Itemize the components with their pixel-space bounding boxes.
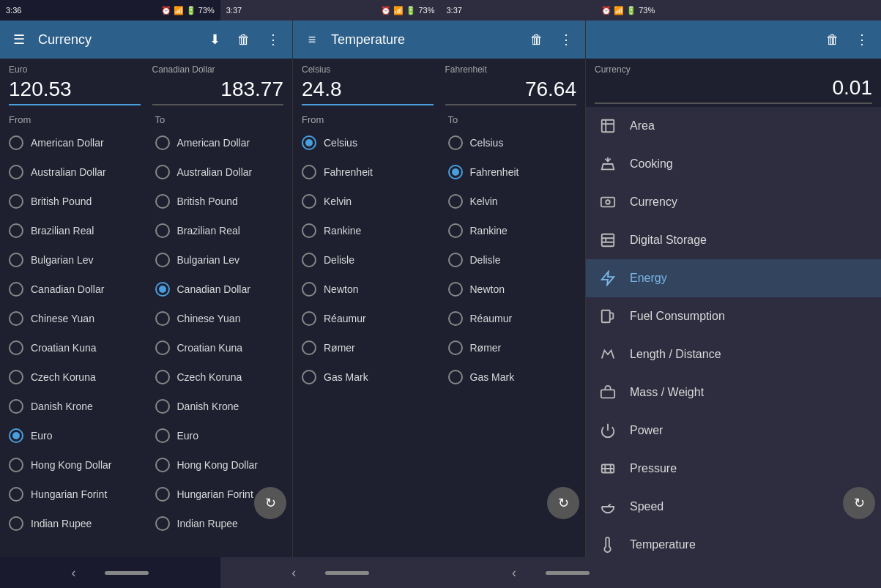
menu-item-temperature[interactable]: Temperature xyxy=(586,526,881,557)
radio-button[interactable] xyxy=(155,165,170,179)
list-item[interactable]: Hong Kong Dollar xyxy=(146,450,293,480)
list-item[interactable]: Euro xyxy=(0,421,146,450)
list-item[interactable]: American Dollar xyxy=(0,128,146,157)
menu-item-length--distance[interactable]: Length / Distance xyxy=(586,335,881,373)
radio-button[interactable] xyxy=(155,311,170,326)
list-item[interactable]: Rømer xyxy=(439,333,586,362)
list-item[interactable]: Canadian Dollar xyxy=(146,275,293,304)
nav-back-1[interactable]: ‹ xyxy=(71,565,75,581)
currency-from-input[interactable] xyxy=(9,76,141,105)
radio-button[interactable] xyxy=(9,282,23,297)
radio-button[interactable] xyxy=(155,458,170,472)
list-item[interactable]: Réaumur xyxy=(293,304,439,333)
radio-button[interactable] xyxy=(9,399,23,414)
list-item[interactable]: Euro xyxy=(146,421,293,450)
list-item[interactable]: Rømer xyxy=(293,333,439,362)
list-item[interactable]: Danish Krone xyxy=(0,392,146,421)
download-icon[interactable]: ⬇ xyxy=(201,26,228,53)
radio-button[interactable] xyxy=(302,340,316,355)
list-item[interactable]: Czech Koruna xyxy=(146,362,293,392)
list-item[interactable]: Newton xyxy=(439,275,586,304)
radio-button[interactable] xyxy=(9,223,23,238)
menu-item-speed[interactable]: Speed xyxy=(586,488,881,526)
radio-button[interactable] xyxy=(448,223,463,238)
list-item[interactable]: Hong Kong Dollar xyxy=(0,450,146,480)
radio-button[interactable] xyxy=(9,135,23,150)
radio-button[interactable] xyxy=(155,340,170,355)
list-item[interactable]: Bulgarian Lev xyxy=(0,245,146,275)
radio-button[interactable] xyxy=(448,135,463,150)
radio-button[interactable] xyxy=(302,223,316,238)
list-item[interactable]: Czech Koruna xyxy=(0,362,146,392)
temperature-swap-button[interactable]: ↻ xyxy=(547,487,579,519)
currency-to-input[interactable] xyxy=(152,76,284,105)
right-more-icon[interactable]: ⋮ xyxy=(849,26,875,53)
radio-button[interactable] xyxy=(155,194,170,209)
list-item[interactable]: Fahrenheit xyxy=(293,157,439,187)
radio-button[interactable] xyxy=(448,282,463,297)
list-item[interactable]: Chinese Yuan xyxy=(0,304,146,333)
radio-button[interactable] xyxy=(9,311,23,326)
radio-button[interactable] xyxy=(9,340,23,355)
nav-back-3[interactable]: ‹ xyxy=(512,565,516,581)
radio-button[interactable] xyxy=(9,428,23,443)
radio-button[interactable] xyxy=(9,253,23,267)
list-item[interactable]: Chinese Yuan xyxy=(146,304,293,333)
list-item[interactable]: British Pound xyxy=(146,187,293,216)
radio-button[interactable] xyxy=(155,370,170,384)
right-delete-icon[interactable]: 🗑 xyxy=(819,26,846,53)
menu-icon[interactable]: ☰ xyxy=(6,26,32,53)
radio-button[interactable] xyxy=(9,165,23,179)
list-item[interactable]: Danish Krone xyxy=(146,392,293,421)
radio-button[interactable] xyxy=(9,516,23,531)
menu-item-cooking[interactable]: Cooking xyxy=(586,145,881,183)
radio-button[interactable] xyxy=(155,399,170,414)
temp-more-icon[interactable]: ⋮ xyxy=(553,26,579,53)
radio-button[interactable] xyxy=(9,370,23,384)
list-item[interactable]: Delisle xyxy=(439,245,586,275)
list-item[interactable]: Indian Rupee xyxy=(0,509,146,538)
radio-button[interactable] xyxy=(155,487,170,502)
right-swap-button[interactable]: ↻ xyxy=(843,487,875,519)
radio-button[interactable] xyxy=(155,223,170,238)
list-item[interactable]: Bulgarian Lev xyxy=(146,245,293,275)
nav-back-2[interactable]: ‹ xyxy=(291,565,296,581)
radio-button[interactable] xyxy=(448,311,463,326)
list-item[interactable]: Croatian Kuna xyxy=(0,333,146,362)
radio-button[interactable] xyxy=(302,165,316,179)
radio-button[interactable] xyxy=(9,194,23,209)
list-item[interactable]: Gas Mark xyxy=(439,362,586,392)
radio-button[interactable] xyxy=(302,370,316,384)
menu-item-fuel-consumption[interactable]: Fuel Consumption xyxy=(586,297,881,335)
radio-button[interactable] xyxy=(448,253,463,267)
radio-button[interactable] xyxy=(448,370,463,384)
radio-button[interactable] xyxy=(302,194,316,209)
list-item[interactable]: Brazilian Real xyxy=(0,216,146,245)
radio-button[interactable] xyxy=(448,194,463,209)
radio-button[interactable] xyxy=(155,428,170,443)
list-item[interactable]: American Dollar xyxy=(146,128,293,157)
list-item[interactable]: Croatian Kuna xyxy=(146,333,293,362)
list-item[interactable]: Australian Dollar xyxy=(0,157,146,187)
currency-swap-button[interactable]: ↻ xyxy=(254,487,286,519)
menu-item-mass--weight[interactable]: Mass / Weight xyxy=(586,373,881,412)
radio-button[interactable] xyxy=(155,516,170,531)
list-item[interactable]: Celsius xyxy=(293,128,439,157)
list-item[interactable]: Kelvin xyxy=(439,187,586,216)
radio-button[interactable] xyxy=(155,282,170,297)
radio-button[interactable] xyxy=(302,253,316,267)
radio-button[interactable] xyxy=(155,253,170,267)
radio-button[interactable] xyxy=(9,458,23,472)
list-item[interactable]: Delisle xyxy=(293,245,439,275)
list-item[interactable]: Canadian Dollar xyxy=(0,275,146,304)
radio-button[interactable] xyxy=(448,340,463,355)
temp-delete-icon[interactable]: 🗑 xyxy=(524,26,550,53)
menu-item-digital-storage[interactable]: Digital Storage xyxy=(586,221,881,259)
list-item[interactable]: Australian Dollar xyxy=(146,157,293,187)
radio-button[interactable] xyxy=(155,135,170,150)
radio-button[interactable] xyxy=(9,487,23,502)
list-item[interactable]: Réaumur xyxy=(439,304,586,333)
list-item[interactable]: Hungarian Forint xyxy=(0,480,146,509)
list-item[interactable]: Gas Mark xyxy=(293,362,439,392)
temperature-from-input[interactable] xyxy=(302,76,434,105)
